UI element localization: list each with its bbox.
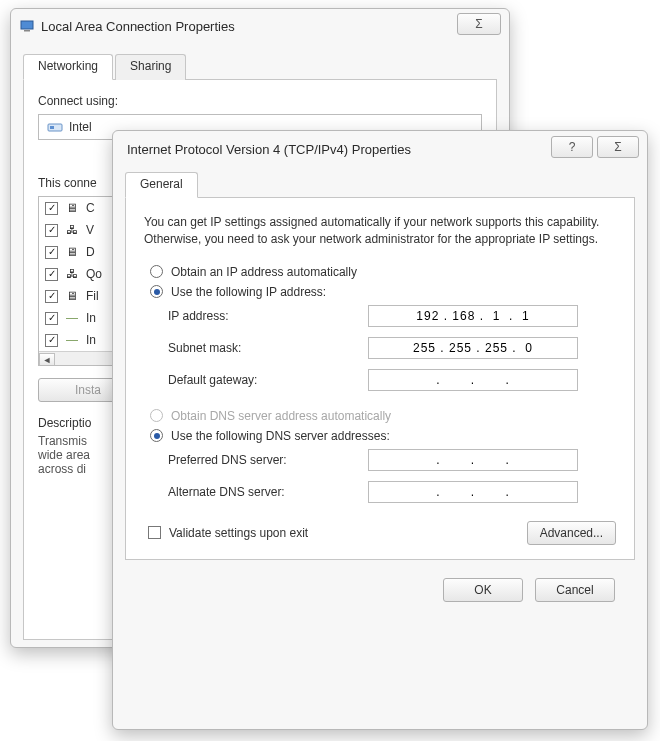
checkbox-icon[interactable]: ✓: [45, 268, 58, 281]
radio-obtain-ip-auto[interactable]: Obtain an IP address automatically: [144, 265, 616, 279]
radio-use-following-ip[interactable]: Use the following IP address:: [144, 285, 616, 299]
ipv4-close-button[interactable]: Σ: [597, 136, 639, 158]
preferred-dns-input[interactable]: [368, 449, 578, 471]
ipv4-info-text: You can get IP settings assigned automat…: [144, 214, 616, 249]
radio-icon: [150, 409, 163, 422]
preferred-dns-label: Preferred DNS server:: [168, 453, 368, 467]
tab-networking[interactable]: Networking: [23, 54, 113, 80]
subnet-mask-input[interactable]: [368, 337, 578, 359]
help-button[interactable]: ?: [551, 136, 593, 158]
checkbox-icon[interactable]: ✓: [45, 246, 58, 259]
checkbox-icon[interactable]: ✓: [45, 290, 58, 303]
lac-close-button[interactable]: Σ: [457, 13, 501, 35]
adapter-name: Intel: [69, 120, 92, 134]
list-item-label: In: [86, 333, 96, 347]
tab-sharing[interactable]: Sharing: [115, 54, 186, 80]
close-icon: Σ: [614, 140, 621, 154]
protocol-icon: 🖥: [64, 288, 80, 304]
protocol-icon: 🖧: [64, 222, 80, 238]
svg-rect-3: [50, 126, 54, 129]
protocol-icon: —: [64, 332, 80, 348]
validate-settings-label: Validate settings upon exit: [169, 526, 308, 540]
checkbox-icon[interactable]: ✓: [45, 334, 58, 347]
svg-rect-1: [24, 30, 30, 32]
list-item-label: D: [86, 245, 95, 259]
checkbox-icon[interactable]: ✓: [45, 312, 58, 325]
list-item-label: Fil: [86, 289, 99, 303]
advanced-button[interactable]: Advanced...: [527, 521, 616, 545]
checkbox-icon[interactable]: ✓: [45, 224, 58, 237]
svg-rect-0: [21, 21, 33, 29]
protocol-icon: 🖧: [64, 266, 80, 282]
list-item-label: Qo: [86, 267, 102, 281]
radio-label: Obtain an IP address automatically: [171, 265, 357, 279]
adapter-icon: [47, 119, 63, 135]
radio-label: Use the following IP address:: [171, 285, 326, 299]
ipv4-title: Internet Protocol Version 4 (TCP/IPv4) P…: [121, 142, 411, 157]
protocol-icon: 🖥: [64, 200, 80, 216]
ok-button[interactable]: OK: [443, 578, 523, 602]
scroll-left-icon[interactable]: ◄: [39, 353, 55, 367]
default-gateway-label: Default gateway:: [168, 373, 368, 387]
list-item-label: In: [86, 311, 96, 325]
ip-address-input[interactable]: [368, 305, 578, 327]
radio-label: Obtain DNS server address automatically: [171, 409, 391, 423]
radio-icon: [150, 429, 163, 442]
lac-title: Local Area Connection Properties: [41, 19, 235, 34]
radio-icon: [150, 265, 163, 278]
alternate-dns-input[interactable]: [368, 481, 578, 503]
protocol-icon: —: [64, 310, 80, 326]
protocol-icon: 🖥: [64, 244, 80, 260]
tab-general[interactable]: General: [125, 172, 198, 198]
connect-using-label: Connect using:: [38, 94, 482, 108]
help-icon: ?: [569, 140, 576, 154]
radio-obtain-dns-auto: Obtain DNS server address automatically: [144, 409, 616, 423]
radio-use-following-dns[interactable]: Use the following DNS server addresses:: [144, 429, 616, 443]
subnet-mask-label: Subnet mask:: [168, 341, 368, 355]
lac-titlebar[interactable]: Local Area Connection Properties Σ: [11, 9, 509, 43]
ipv4-panel: You can get IP settings assigned automat…: [125, 198, 635, 560]
list-item-label: C: [86, 201, 95, 215]
ipv4-titlebar[interactable]: Internet Protocol Version 4 (TCP/IPv4) P…: [113, 131, 647, 167]
validate-settings-checkbox[interactable]: Validate settings upon exit: [144, 526, 308, 540]
checkbox-icon: [148, 526, 161, 539]
radio-label: Use the following DNS server addresses:: [171, 429, 390, 443]
ipv4-properties-window: Internet Protocol Version 4 (TCP/IPv4) P…: [112, 130, 648, 730]
radio-icon: [150, 285, 163, 298]
cancel-button[interactable]: Cancel: [535, 578, 615, 602]
default-gateway-input[interactable]: [368, 369, 578, 391]
network-icon: [19, 18, 35, 34]
ip-address-label: IP address:: [168, 309, 368, 323]
checkbox-icon[interactable]: ✓: [45, 202, 58, 215]
alternate-dns-label: Alternate DNS server:: [168, 485, 368, 499]
close-icon: Σ: [475, 17, 482, 31]
list-item-label: V: [86, 223, 94, 237]
